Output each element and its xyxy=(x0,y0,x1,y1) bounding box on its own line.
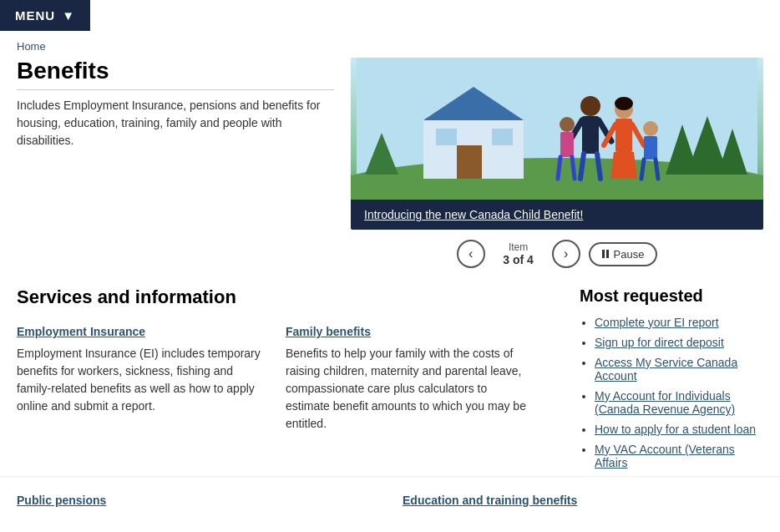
list-item: My Account for Individuals (Canada Reven… xyxy=(595,389,763,416)
pause-label: Pause xyxy=(614,248,645,261)
list-item: My VAC Account (Veterans Affairs xyxy=(595,443,763,469)
page-description: Includes Employment Insurance, pensions … xyxy=(17,97,334,149)
public-pensions-link[interactable]: Public pensions xyxy=(17,494,106,507)
most-requested-title: Most requested xyxy=(580,286,763,306)
svg-rect-25 xyxy=(560,132,574,157)
employment-insurance-link[interactable]: Employment Insurance xyxy=(17,325,261,338)
carousel-info: Item 3 of 4 xyxy=(494,241,544,266)
svg-point-12 xyxy=(580,96,600,116)
services-section: Services and information Employment Insu… xyxy=(17,286,529,476)
svg-line-27 xyxy=(572,157,575,179)
page-title: Benefits xyxy=(17,58,334,90)
employment-insurance-desc: Employment Insurance (EI) includes tempo… xyxy=(17,345,261,415)
svg-rect-10 xyxy=(436,129,457,145)
home-link[interactable]: Home xyxy=(17,40,46,53)
most-requested-section: Most requested Complete your EI report S… xyxy=(555,286,763,476)
student-loan-link[interactable]: How to apply for a student loan xyxy=(595,423,756,436)
cra-account-link[interactable]: My Account for Individuals (Canada Reven… xyxy=(595,389,735,416)
bottom-service-col-2: Education and training benefits xyxy=(403,494,763,507)
carousel-controls: ‹ Item 3 of 4 › Pause xyxy=(351,230,763,278)
svg-rect-9 xyxy=(457,145,482,179)
bottom-service-col-1: Public pensions xyxy=(17,494,377,507)
pause-button[interactable]: Pause xyxy=(589,242,658,266)
list-item: Access My Service Canada Account xyxy=(595,356,763,383)
svg-line-31 xyxy=(656,160,658,179)
breadcrumb: Home xyxy=(0,31,780,58)
carousel-item-count: 3 of 4 xyxy=(494,253,544,266)
education-training-link[interactable]: Education and training benefits xyxy=(403,494,577,507)
vac-account-link[interactable]: My VAC Account (Veterans Affairs xyxy=(595,443,735,469)
banner-illustration xyxy=(351,58,763,200)
svg-point-19 xyxy=(615,97,633,110)
banner-link[interactable]: Introducing the new Canada Child Benefit… xyxy=(364,208,583,221)
svg-marker-21 xyxy=(610,152,637,179)
svg-point-24 xyxy=(560,117,575,132)
banner-caption: Introducing the new Canada Child Benefit… xyxy=(351,200,763,230)
menu-label: MENU xyxy=(15,8,55,23)
ei-report-link[interactable]: Complete your EI report xyxy=(595,316,719,329)
list-item: How to apply for a student loan xyxy=(595,423,763,436)
svg-line-17 xyxy=(597,154,600,179)
services-title: Services and information xyxy=(17,286,529,308)
list-item: Sign up for direct deposit xyxy=(595,336,763,349)
my-service-canada-link[interactable]: Access My Service Canada Account xyxy=(595,356,737,383)
most-requested-list: Complete your EI report Sign up for dire… xyxy=(580,316,763,469)
service-col-1: Employment Insurance Employment Insuranc… xyxy=(17,325,261,433)
svg-line-30 xyxy=(641,160,644,179)
svg-line-26 xyxy=(558,157,560,179)
svg-line-16 xyxy=(580,154,584,179)
family-benefits-link[interactable]: Family benefits xyxy=(286,325,529,338)
menu-button[interactable]: MENU ▼ xyxy=(0,0,90,31)
banner-container: Introducing the new Canada Child Benefit… xyxy=(351,58,763,230)
banner-image xyxy=(351,58,763,200)
svg-rect-20 xyxy=(615,119,632,152)
bottom-services: Public pensions Education and training b… xyxy=(0,476,780,507)
service-col-2: Family benefits Benefits to help your fa… xyxy=(286,325,529,433)
direct-deposit-link[interactable]: Sign up for direct deposit xyxy=(595,336,724,349)
menu-arrow-icon: ▼ xyxy=(62,8,75,23)
list-item: Complete your EI report xyxy=(595,316,763,329)
carousel-next-button[interactable]: › xyxy=(552,240,580,268)
carousel-prev-button[interactable]: ‹ xyxy=(457,240,485,268)
svg-rect-11 xyxy=(492,129,513,145)
svg-rect-2 xyxy=(357,179,757,200)
svg-point-28 xyxy=(643,121,658,136)
svg-rect-29 xyxy=(644,136,657,160)
carousel-item-label: Item xyxy=(494,241,544,253)
pause-icon xyxy=(602,250,609,258)
family-benefits-desc: Benefits to help your family with the co… xyxy=(286,345,529,433)
